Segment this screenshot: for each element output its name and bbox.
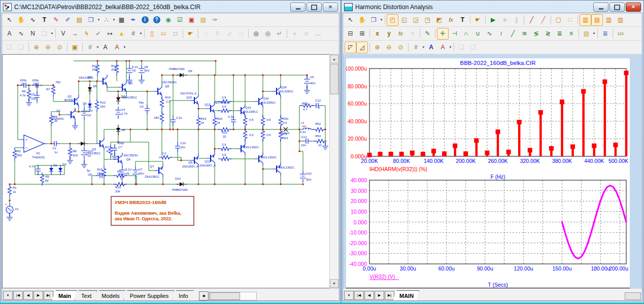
valley-icon[interactable]: ∪ — [472, 28, 484, 40]
close-button[interactable]: ✕ — [626, 3, 641, 12]
condition-check-icon[interactable]: ✓ — [92, 28, 104, 40]
wire-mode-icon[interactable]: ∿ — [27, 14, 39, 26]
copy-page2-icon[interactable]: ❏ — [15, 42, 27, 53]
tab-nav-icon-4[interactable]: ▶| — [385, 291, 394, 300]
rotate-icon[interactable]: ↻ — [212, 28, 223, 40]
current-arrow-icon[interactable]: → — [69, 28, 81, 40]
copy-mode-icon[interactable]: ❏ — [39, 28, 50, 40]
bus-icon[interactable]: ▤ — [74, 14, 85, 26]
polygon-tool-icon[interactable]: ✐ — [62, 14, 74, 26]
annotate-pen-icon[interactable]: ✒ — [127, 14, 139, 26]
rotate-object-icon-dropdown[interactable]: ▼ — [380, 18, 383, 21]
properties-icon[interactable]: ☛ — [472, 14, 484, 26]
schematic-vertical-scrollbar[interactable]: ▲ ▼ — [329, 54, 339, 288]
cursor-horizontal-icon[interactable]: ⊣ — [449, 28, 460, 40]
voltage-probe-icon[interactable]: V — [57, 28, 69, 40]
clipboard-icon-dropdown[interactable]: ▼ — [592, 32, 596, 35]
line-tool-icon[interactable]: ✎ — [50, 14, 62, 26]
panel-single2-icon[interactable]: ▥ — [615, 14, 626, 26]
node-currents-icon[interactable]: N — [27, 28, 39, 40]
scroll-up-icon[interactable]: ▲ — [330, 55, 338, 63]
pan-hand-icon[interactable]: ✋ — [356, 14, 368, 26]
tab-main[interactable]: Main — [52, 290, 77, 300]
grid-size-icon[interactable]: # — [410, 42, 422, 53]
plot-panel[interactable]: BBB-2022_160dB_belka.CIR0.000u20.000u40.… — [346, 58, 630, 288]
font-icon[interactable]: A — [99, 42, 111, 53]
copy-page-icon[interactable]: ❏ — [4, 42, 15, 53]
zoom-out-icon[interactable]: ⊖ — [383, 42, 395, 53]
horizontal-scrollbar[interactable] — [209, 292, 257, 300]
minimize-button[interactable] — [593, 3, 608, 12]
tab-nav-icon-2[interactable]: ◀ — [23, 291, 33, 300]
font-color-icon[interactable]: A — [437, 42, 449, 53]
pan-hand-icon[interactable]: ✋ — [15, 14, 27, 26]
goto-icon[interactable]: ↵ — [274, 28, 285, 40]
run-icon[interactable]: ▶ — [487, 14, 499, 26]
zoom-menu-icon[interactable]: ≡ — [406, 28, 418, 40]
scrollbar-thumb[interactable] — [330, 64, 338, 94]
panel-bars-icon[interactable]: ▥ — [580, 14, 591, 26]
tab-nav-icon-3[interactable]: ▶ — [375, 291, 384, 300]
tab-nav-icon-2[interactable]: ◀ — [364, 291, 374, 300]
scroll-down-icon[interactable]: ▼ — [330, 279, 338, 288]
restore-button[interactable] — [609, 3, 625, 12]
scale-both-icon[interactable]: ◲ — [410, 14, 422, 26]
split-grid-icon[interactable]: ⊞ — [356, 28, 368, 40]
zoom-100-icon[interactable]: ⊙ — [395, 42, 406, 53]
zoom-in-icon[interactable]: ⊕ — [30, 42, 42, 53]
copy-mode-icon-dropdown[interactable]: ▼ — [50, 32, 54, 35]
wave-icon[interactable]: ∿ — [484, 28, 495, 40]
find-next-icon[interactable]: ◎ — [262, 28, 274, 40]
info-ball-icon[interactable]: ● — [289, 28, 300, 40]
delete-trace-icon[interactable]: ╱ — [537, 14, 549, 26]
flowchart-icon-dropdown[interactable]: ▼ — [112, 18, 116, 21]
tab-nav-icon-3[interactable]: ▶ — [33, 291, 43, 300]
copy-page-icon[interactable]: ❏ — [456, 42, 467, 53]
scope-pan-icon[interactable]: ◱ — [398, 14, 410, 26]
select-region-icon[interactable]: □ — [170, 28, 181, 40]
checkbox-icon[interactable]: ☑ — [174, 14, 186, 26]
hscroll-thumb[interactable] — [625, 292, 641, 300]
global-high-icon[interactable]: ≶ — [530, 28, 542, 40]
edit-plot-icon[interactable]: ✎ — [422, 28, 433, 40]
select-area-icon[interactable]: ▢ — [553, 14, 564, 26]
text-mode-icon[interactable]: T — [39, 14, 50, 26]
select-points-icon[interactable]: ∷ — [564, 14, 576, 26]
font-color-icon-dropdown[interactable]: ▼ — [123, 46, 126, 49]
numeric-output-icon[interactable]: 123 — [615, 28, 626, 40]
zoom-y-icon[interactable]: y — [383, 28, 395, 40]
overlay-icon[interactable]: ≡ — [565, 28, 577, 40]
zoom-out-icon[interactable]: ⊖ — [42, 42, 54, 53]
warning-triangle-icon[interactable]: ▲ — [116, 28, 127, 40]
font-color-icon-dropdown[interactable]: ▼ — [449, 46, 452, 49]
stop-icon[interactable]: ■ — [499, 14, 511, 26]
grid-size-icon-dropdown[interactable]: ▼ — [96, 46, 99, 49]
watch-list-icon[interactable]: ≣ — [599, 28, 611, 40]
auto-scale-icon[interactable]: ◸ — [345, 42, 356, 53]
flip-h-icon[interactable]: ⊿ — [223, 28, 235, 40]
cursor-add-icon[interactable]: ✛ — [437, 28, 449, 40]
stack-icon[interactable]: ≣ — [554, 28, 565, 40]
shapes-icon-dropdown[interactable]: ▼ — [97, 18, 100, 21]
tab-models[interactable]: Models — [95, 290, 125, 300]
minimize-button[interactable] — [290, 3, 306, 12]
grid-size-icon[interactable]: # — [84, 42, 96, 53]
restore-scale-icon[interactable]: ◿ — [356, 42, 368, 53]
close-ball-icon[interactable]: ⊗ — [300, 28, 312, 40]
hscroll-thumb[interactable] — [210, 292, 240, 300]
tab-nav-icon-0[interactable]: ▾ — [344, 291, 354, 300]
shapes-icon[interactable]: ❒ — [85, 14, 97, 26]
scale-vertical-icon[interactable]: ◳ — [422, 14, 433, 26]
crossing-icon[interactable]: ≋ — [519, 28, 530, 40]
zoom-100-icon[interactable]: ⊙ — [54, 42, 65, 53]
node-voltages-icon[interactable]: ∿ — [15, 28, 27, 40]
border-icon[interactable]: ▯ — [146, 28, 158, 40]
rotate-object-icon[interactable]: ❒ — [368, 14, 380, 26]
select-arrow-icon[interactable]: ↖ — [4, 14, 15, 26]
panel-lines-icon[interactable]: ▤ — [591, 14, 603, 26]
spreadsheet-icon[interactable]: ▦ — [116, 14, 127, 26]
tab-main[interactable]: MAIN — [393, 290, 419, 300]
flowchart-icon[interactable]: ∴ — [100, 14, 112, 26]
grid-toggle-icon-dropdown[interactable]: ▼ — [139, 32, 143, 35]
image-icon[interactable]: ▣ — [69, 42, 81, 53]
